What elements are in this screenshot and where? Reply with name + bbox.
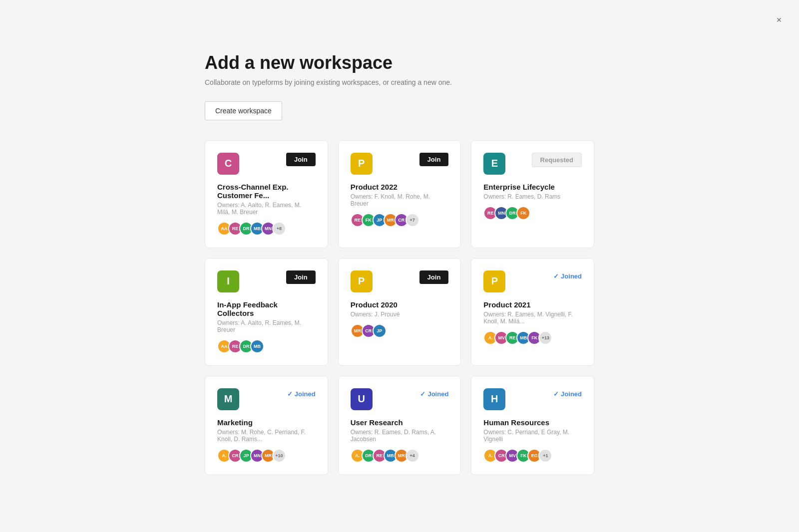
avatar-more: +1: [538, 449, 552, 463]
joined-label-marketing: ✓Joined: [287, 388, 316, 398]
workspace-icon-product-2022: P: [351, 153, 373, 175]
avatar-more: +13: [538, 331, 552, 345]
avatar: FK: [516, 206, 530, 220]
join-button-product-2020[interactable]: Join: [419, 270, 449, 284]
page-title: Add a new workspace: [205, 52, 594, 73]
workspace-card-product-2022: P Join Product 2022 Owners: F. Knoll, M.…: [338, 140, 461, 248]
workspace-name-marketing: Marketing: [217, 418, 316, 427]
check-icon: ✓: [553, 390, 559, 398]
joined-label-product-2021: ✓Joined: [553, 270, 582, 280]
avatar-more: +10: [272, 449, 286, 463]
workspace-owners-user-research: Owners: R. Eames, D. Rams, A. Jacobsen: [351, 429, 449, 443]
check-icon: ✓: [287, 390, 293, 398]
workspace-icon-human-resources: H: [483, 388, 505, 410]
check-icon: ✓: [553, 272, 559, 280]
card-header: P ✓Joined: [483, 270, 582, 292]
join-button-product-2022[interactable]: Join: [419, 153, 449, 166]
workspace-card-product-2020: P Join Product 2020 Owners: J. Prouvé MR…: [338, 258, 461, 366]
workspace-icon-product-2020: P: [351, 270, 373, 292]
workspace-icon-enterprise-lifecycle: E: [483, 153, 505, 175]
modal-container: Add a new workspace Collaborate on typef…: [175, 27, 624, 505]
card-header: I Join: [217, 270, 316, 292]
workspace-card-in-app-feedback: I Join In-App Feedback Collectors Owners…: [205, 258, 328, 366]
avatar-group-marketing: A.CRJPMNMR+10: [217, 449, 316, 463]
workspace-card-cross-channel: C Join Cross-Channel Exp. Customer Fe...…: [205, 140, 328, 248]
workspace-owners-enterprise-lifecycle: Owners: R. Eames, D. Rams: [483, 193, 582, 200]
workspace-icon-in-app-feedback: I: [217, 270, 239, 292]
join-button-in-app-feedback[interactable]: Join: [286, 270, 316, 284]
card-header: E Requested: [483, 153, 582, 175]
workspace-owners-product-2022: Owners: F. Knoll, M. Rohe, M. Breuer: [351, 193, 449, 207]
workspace-owners-cross-channel: Owners: A. Aalto, R. Eames, M. Milá, M. …: [217, 202, 316, 216]
join-button-cross-channel[interactable]: Join: [286, 153, 316, 166]
workspace-name-product-2020: Product 2020: [351, 300, 449, 309]
card-header: H ✓Joined: [483, 388, 582, 410]
joined-label-user-research: ✓Joined: [420, 388, 448, 398]
workspace-owners-marketing: Owners: M. Rohe, C. Perriand, F. Knoll, …: [217, 429, 316, 443]
workspace-owners-in-app-feedback: Owners: A. Aalto, R. Eames, M. Breuer: [217, 319, 316, 333]
card-header: C Join: [217, 153, 316, 175]
workspace-owners-product-2021: Owners: R. Eames, M. Vignelli, F. Knoll,…: [483, 311, 582, 325]
avatar: MB: [250, 339, 264, 353]
workspace-name-cross-channel: Cross-Channel Exp. Customer Fe...: [217, 183, 316, 200]
workspace-name-enterprise-lifecycle: Enterprise Lifecycle: [483, 183, 582, 191]
workspace-icon-user-research: U: [351, 388, 373, 410]
card-header: P Join: [351, 270, 449, 292]
workspace-icon-cross-channel: C: [217, 153, 239, 175]
workspace-icon-product-2021: P: [483, 270, 505, 292]
avatar-group-product-2020: MRCRJP: [351, 324, 449, 338]
workspace-card-product-2021: P ✓Joined Product 2021 Owners: R. Eames,…: [471, 258, 594, 366]
card-header: U ✓Joined: [351, 388, 449, 410]
avatar: JP: [373, 324, 387, 338]
close-button[interactable]: ×: [771, 12, 787, 28]
workspace-name-human-resources: Human Resources: [483, 418, 582, 427]
workspace-name-product-2022: Product 2022: [351, 183, 449, 191]
avatar-group-enterprise-lifecycle: REMNDRFK: [483, 206, 582, 220]
workspace-name-in-app-feedback: In-App Feedback Collectors: [217, 300, 316, 317]
avatar-group-cross-channel: AAREDRMBMN+8: [217, 222, 316, 236]
workspace-card-user-research: U ✓Joined User Research Owners: R. Eames…: [338, 376, 461, 475]
workspace-card-marketing: M ✓Joined Marketing Owners: M. Rohe, C. …: [205, 376, 328, 475]
avatar-group-product-2021: A.MVREMBFK+13: [483, 331, 582, 345]
workspace-owners-human-resources: Owners: C. Perriand, E Gray, M. Vignelli: [483, 429, 582, 443]
avatar-more: +7: [405, 213, 419, 227]
avatar-more: +4: [405, 449, 419, 463]
workspace-name-product-2021: Product 2021: [483, 300, 582, 309]
avatar-group-human-resources: A.CRMVFKEG+1: [483, 449, 582, 463]
avatar-group-user-research: A.DRREMBMR+4: [351, 449, 449, 463]
subtitle: Collaborate on typeforms by joining exis…: [205, 78, 594, 86]
create-workspace-button[interactable]: Create workspace: [205, 101, 282, 120]
workspace-icon-marketing: M: [217, 388, 239, 410]
workspace-name-user-research: User Research: [351, 418, 449, 427]
workspace-grid: C Join Cross-Channel Exp. Customer Fe...…: [205, 140, 594, 475]
workspace-owners-product-2020: Owners: J. Prouvé: [351, 311, 449, 318]
joined-label-human-resources: ✓Joined: [553, 388, 582, 398]
workspace-card-enterprise-lifecycle: E Requested Enterprise Lifecycle Owners:…: [471, 140, 594, 248]
card-header: P Join: [351, 153, 449, 175]
workspace-card-human-resources: H ✓Joined Human Resources Owners: C. Per…: [471, 376, 594, 475]
requested-button-enterprise-lifecycle[interactable]: Requested: [532, 153, 582, 167]
avatar-group-product-2022: REFKJPMRCR+7: [351, 213, 449, 227]
check-icon: ✓: [420, 390, 425, 398]
avatar-group-in-app-feedback: AAREDRMB: [217, 339, 316, 353]
card-header: M ✓Joined: [217, 388, 316, 410]
avatar-more: +8: [272, 222, 286, 236]
